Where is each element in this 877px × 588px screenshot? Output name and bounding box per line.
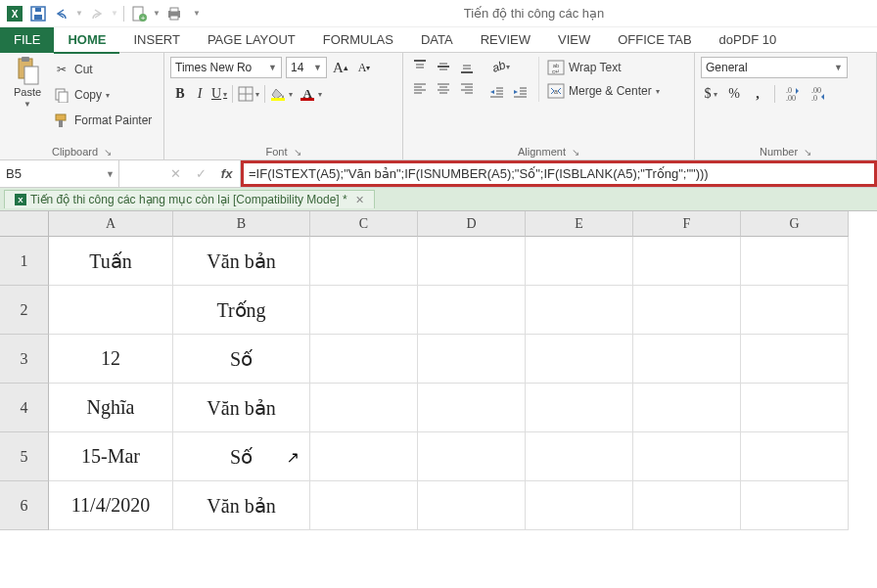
enter-formula-icon[interactable]: ✓ (196, 166, 207, 181)
fill-color-button[interactable]: ▾ (268, 84, 288, 104)
workbook-tab[interactable]: X Tiến độ thi công các hạng mục còn lại … (4, 190, 375, 208)
italic-button[interactable]: I (190, 84, 209, 104)
cell-G1[interactable] (741, 237, 849, 286)
col-header-G[interactable]: G (741, 211, 849, 237)
new-file-icon[interactable]: + (128, 3, 150, 24)
cell-E6[interactable] (526, 481, 633, 530)
tab-file[interactable]: FILE (0, 27, 54, 53)
cells-area[interactable]: TuấnVăn bảnTrống12SốNghĩaVăn bản15-MarSố… (49, 237, 849, 530)
cell-C1[interactable] (310, 237, 418, 286)
cell-C6[interactable] (310, 481, 418, 530)
cell-F1[interactable] (633, 237, 741, 286)
decrease-indent-button[interactable] (485, 82, 507, 102)
undo-icon[interactable] (51, 3, 72, 24)
align-right-button[interactable] (456, 78, 478, 98)
name-box[interactable]: B5 ▼ (0, 160, 119, 187)
cell-F6[interactable] (633, 481, 741, 530)
tab-page-layout[interactable]: PAGE LAYOUT (194, 27, 309, 53)
cell-F5[interactable] (633, 432, 741, 481)
row-header-3[interactable]: 3 (0, 335, 49, 384)
redo-icon[interactable] (86, 3, 108, 24)
col-header-D[interactable]: D (418, 211, 526, 237)
cell-G2[interactable] (741, 286, 849, 335)
merge-center-button[interactable]: a Merge & Center ▾ (547, 80, 660, 102)
cell-E3[interactable] (526, 335, 633, 384)
new-dropdown-icon[interactable]: ▼ (152, 3, 162, 24)
cell-B3[interactable]: Số (173, 335, 310, 384)
underline-button[interactable]: U▾ (209, 84, 229, 104)
wrap-text-button[interactable]: abc↵ Wrap Text (547, 57, 660, 78)
cell-G5[interactable] (741, 432, 849, 481)
save-icon[interactable] (27, 3, 49, 24)
row-header-5[interactable]: 5 (0, 432, 49, 481)
cell-A4[interactable]: Nghĩa (49, 384, 173, 432)
cell-D6[interactable] (418, 481, 526, 530)
decrease-decimal-button[interactable]: .00.0 (808, 84, 829, 104)
font-color-button[interactable]: A ▾ (298, 84, 317, 104)
cell-A6[interactable]: 11/4/2020 (49, 481, 173, 530)
alignment-launcher-icon[interactable]: ↘ (572, 147, 579, 158)
tab-insert[interactable]: INSERT (119, 27, 193, 53)
shrink-font-button[interactable]: A▾ (354, 58, 374, 77)
cell-G4[interactable] (741, 384, 849, 432)
cell-C4[interactable] (310, 384, 418, 432)
tab-office-tab[interactable]: OFFICE TAB (604, 27, 705, 53)
cell-A5[interactable]: 15-Mar (49, 432, 173, 481)
excel-app-icon[interactable]: X (4, 3, 25, 24)
number-launcher-icon[interactable]: ↘ (804, 147, 811, 158)
cell-D5[interactable] (418, 432, 526, 481)
align-left-button[interactable] (409, 78, 431, 98)
tab-dopdf[interactable]: doPDF 10 (706, 27, 791, 53)
row-header-6[interactable]: 6 (0, 481, 49, 530)
paste-button[interactable]: Paste ▼ (6, 57, 49, 109)
cell-D3[interactable] (418, 335, 526, 384)
cell-B1[interactable]: Văn bản (173, 237, 310, 286)
increase-indent-button[interactable] (509, 82, 531, 102)
cell-B4[interactable]: Văn bản (173, 384, 310, 432)
align-center-button[interactable] (433, 78, 454, 98)
qat-customize-icon[interactable]: ▼ (191, 3, 203, 24)
cell-A3[interactable]: 12 (49, 335, 173, 384)
bold-button[interactable]: B (170, 84, 190, 104)
tab-review[interactable]: REVIEW (467, 27, 544, 53)
close-tab-icon[interactable]: ✕ (355, 194, 364, 206)
row-header-1[interactable]: 1 (0, 237, 49, 286)
number-format-select[interactable]: General ▼ (701, 57, 848, 78)
orientation-button[interactable]: ab▾ (485, 57, 517, 76)
align-top-button[interactable] (409, 57, 431, 76)
cut-button[interactable]: ✂ Cut (53, 59, 152, 80)
cell-B5[interactable]: Số↖ (173, 432, 310, 481)
cell-G3[interactable] (741, 335, 849, 384)
copy-button[interactable]: Copy ▾ (53, 84, 152, 106)
col-header-B[interactable]: B (173, 211, 310, 237)
col-header-F[interactable]: F (633, 211, 741, 237)
cell-B6[interactable]: Văn bản (173, 481, 310, 530)
col-header-A[interactable]: A (49, 211, 173, 237)
cell-C2[interactable] (310, 286, 418, 335)
cell-D4[interactable] (418, 384, 526, 432)
comma-format-button[interactable]: , (748, 84, 767, 104)
cell-A2[interactable] (49, 286, 173, 335)
cell-A1[interactable]: Tuấn (49, 237, 173, 286)
formula-input[interactable]: =IF(ISTEXT(A5);"Văn bản";IF(ISNUMBER(A5)… (241, 160, 877, 187)
font-size-select[interactable]: 14 ▼ (286, 57, 327, 78)
font-launcher-icon[interactable]: ↘ (294, 147, 301, 158)
quick-print-icon[interactable] (163, 3, 185, 24)
cell-F2[interactable] (633, 286, 741, 335)
row-header-2[interactable]: 2 (0, 286, 49, 335)
cell-D1[interactable] (418, 237, 526, 286)
tab-home[interactable]: HOME (54, 28, 119, 54)
accounting-format-button[interactable]: $▾ (701, 84, 720, 104)
tab-formulas[interactable]: FORMULAS (309, 27, 407, 53)
insert-function-button[interactable]: fx (221, 166, 233, 181)
grow-font-button[interactable]: A▴ (331, 58, 350, 77)
cell-E4[interactable] (526, 384, 633, 432)
tab-view[interactable]: VIEW (544, 27, 604, 53)
align-middle-button[interactable] (433, 57, 454, 76)
font-name-select[interactable]: Times New Ro ▼ (170, 57, 282, 78)
undo-dropdown-icon[interactable]: ▼ (74, 3, 84, 24)
clipboard-launcher-icon[interactable]: ↘ (104, 147, 112, 158)
select-all-corner[interactable] (0, 211, 49, 237)
format-painter-button[interactable]: Format Painter (53, 110, 152, 131)
tab-data[interactable]: DATA (407, 27, 467, 53)
